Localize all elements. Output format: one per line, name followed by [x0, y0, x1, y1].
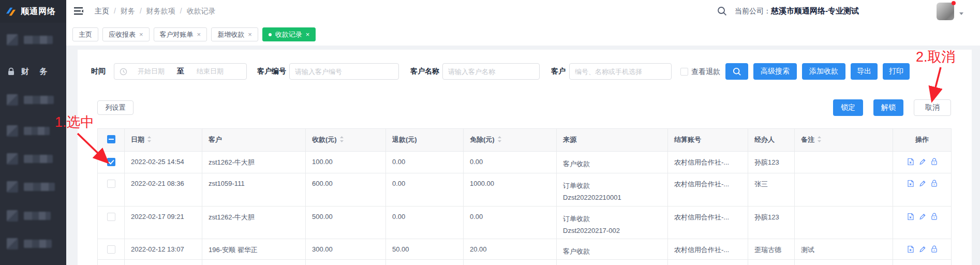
sidebar-item-redacted[interactable] [7, 33, 53, 47]
sort-icon[interactable] [817, 136, 822, 143]
tab-新增收款[interactable]: 新增收款× [211, 27, 258, 41]
cell-select[interactable] [98, 260, 125, 265]
select-all-header[interactable] [98, 129, 125, 152]
breadcrumb-finance-funds[interactable]: 财务款项 [146, 7, 175, 16]
sidebar-item-redacted[interactable] [7, 124, 50, 138]
sort-icon[interactable] [497, 136, 502, 143]
column-header-免除(元)[interactable]: 免除(元) [464, 129, 557, 152]
lock-icon[interactable] [931, 213, 938, 220]
redacted-icon [7, 153, 18, 165]
cancel-button[interactable]: 取消 [914, 99, 951, 116]
cell-date: 2022-02-25 14:54 [125, 152, 202, 173]
cell-source: 订单收款Dzst20220217-002 [557, 207, 668, 239]
sidebar-item-redacted[interactable] [7, 93, 54, 107]
column-header-label: 客户 [209, 136, 222, 143]
active-tab-dot [269, 33, 272, 36]
advanced-search-button[interactable]: 高级搜索 [753, 63, 797, 80]
sort-icon[interactable] [147, 136, 152, 143]
breadcrumb-receipt-records[interactable]: 收款记录 [187, 7, 216, 16]
cell-source: 客户收款 [557, 239, 668, 260]
view-refund-label[interactable]: 查看退款 [691, 67, 720, 77]
breadcrumb-finance[interactable]: 财务 [121, 7, 135, 16]
table-row: 2022-02-12 13:05zst1262-牛大胆100.0030.005.… [98, 260, 952, 265]
cell-select[interactable] [98, 239, 125, 260]
sidebar-collapse-icon[interactable] [73, 6, 84, 18]
tab-客户对账单[interactable]: 客户对账单× [154, 27, 207, 41]
cell-select[interactable] [98, 152, 125, 173]
sidebar-item-redacted[interactable] [7, 209, 51, 223]
add-receipt-button[interactable]: 添加收款 [802, 63, 845, 80]
search-button[interactable] [725, 63, 748, 80]
lock-button[interactable]: 锁定 [833, 99, 863, 116]
user-avatar[interactable] [937, 3, 954, 20]
edit-icon[interactable] [919, 245, 926, 253]
cell-select[interactable] [98, 173, 125, 207]
sidebar-item-redacted[interactable] [7, 237, 52, 251]
sort-icon[interactable] [339, 136, 344, 143]
customer-select-input[interactable] [569, 63, 672, 80]
unlock-button[interactable]: 解锁 [873, 99, 903, 116]
lock-icon[interactable] [931, 245, 938, 253]
view-refund-checkbox[interactable] [680, 68, 688, 76]
column-settings-button[interactable]: 列设置 [97, 100, 133, 115]
lock-icon[interactable] [931, 158, 938, 166]
customer-name-label: 客户名称 [410, 67, 439, 76]
sidebar-item-finance[interactable]: 财 务 [7, 65, 51, 78]
cell-refund: 50.00 [386, 239, 464, 260]
customer-name-input[interactable] [442, 63, 540, 80]
cell-customer: zst1262-牛大胆 [202, 207, 306, 239]
redacted-label [24, 183, 55, 191]
tab-主页[interactable]: 主页 [72, 27, 98, 41]
column-header-label: 日期 [131, 136, 144, 143]
close-icon[interactable]: × [139, 31, 143, 38]
sidebar-item-redacted[interactable] [7, 180, 55, 194]
edit-icon[interactable] [919, 213, 926, 220]
end-date-placeholder[interactable]: 结束日期 [186, 67, 234, 76]
edit-icon[interactable] [919, 158, 926, 166]
notification-badge [952, 1, 956, 5]
row-checkbox[interactable] [107, 245, 115, 254]
edit-icon[interactable] [919, 180, 926, 187]
logo-icon [5, 6, 17, 18]
export-button[interactable]: 导出 [851, 63, 878, 80]
chevron-down-icon[interactable] [959, 12, 963, 15]
row-checkbox[interactable] [107, 180, 115, 188]
clock-icon [120, 68, 127, 76]
search-icon[interactable] [717, 6, 727, 18]
redacted-icon [7, 181, 18, 193]
document-icon[interactable] [907, 213, 914, 220]
avatar[interactable] [937, 3, 954, 20]
document-icon[interactable] [907, 158, 914, 166]
customer-no-input[interactable] [289, 63, 399, 80]
cell-source: 订单收款Dzst202202210001 [557, 173, 668, 207]
tab-应收报表[interactable]: 应收报表× [102, 27, 150, 41]
column-header-备注[interactable]: 备注 [795, 129, 893, 152]
date-range-input[interactable]: 开始日期 至 结束日期 [114, 63, 247, 80]
app-logo[interactable]: 顺通网络 [0, 0, 66, 23]
cell-waived: 5.00 [464, 260, 557, 265]
close-icon[interactable]: × [197, 31, 201, 38]
print-button[interactable]: 打印 [883, 63, 910, 80]
redacted-label [24, 155, 53, 163]
cell-refund: 30.00 [386, 260, 464, 265]
column-header-收款(元)[interactable]: 收款(元) [306, 129, 386, 152]
close-icon[interactable]: × [248, 31, 252, 38]
start-date-placeholder[interactable]: 开始日期 [127, 67, 175, 76]
document-icon[interactable] [907, 180, 914, 187]
row-checkbox[interactable] [107, 158, 115, 166]
sidebar-item-label: 财 务 [21, 67, 51, 77]
column-header-经办人: 经办人 [748, 129, 795, 152]
breadcrumb-home[interactable]: 主页 [95, 7, 109, 16]
cell-refund: 0.00 [386, 207, 464, 239]
cell-account: 农村信用合作社-... [668, 207, 748, 239]
lock-icon[interactable] [931, 180, 938, 187]
tab-收款记录[interactable]: 收款记录× [262, 27, 316, 41]
sidebar-item-redacted[interactable] [7, 152, 53, 166]
document-icon[interactable] [907, 245, 914, 253]
cell-select[interactable] [98, 207, 125, 239]
cell-received: 300.00 [306, 239, 386, 260]
row-checkbox[interactable] [107, 213, 115, 221]
column-header-日期[interactable]: 日期 [125, 129, 202, 152]
select-all-checkbox[interactable] [107, 135, 115, 143]
close-icon[interactable]: × [306, 31, 310, 38]
